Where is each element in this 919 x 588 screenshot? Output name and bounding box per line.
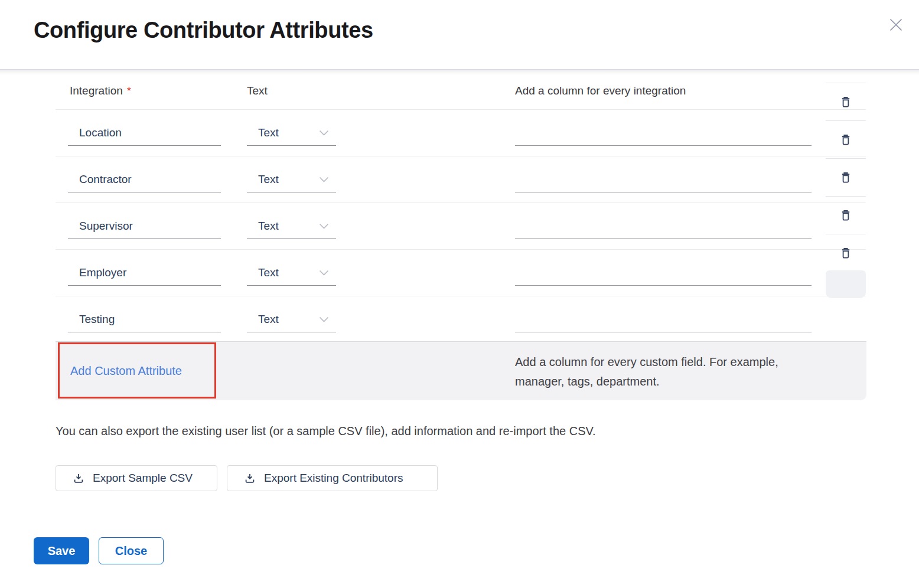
export-note: You can also export the existing user li… (56, 424, 596, 438)
integration-label: Integration (70, 84, 123, 97)
attribute-row: Location Text (56, 110, 866, 156)
attribute-name-input[interactable]: Testing (68, 306, 221, 332)
configure-contributor-attributes-dialog: Configure Contributor Attributes Integra… (0, 0, 919, 588)
close-icon[interactable] (885, 14, 907, 35)
attribute-column-input[interactable] (515, 166, 812, 192)
attribute-name-input[interactable]: Employer (68, 260, 221, 286)
add-custom-attribute-link[interactable]: Add Custom Attribute (70, 342, 182, 400)
chevron-down-icon (319, 316, 329, 323)
chevron-down-icon (319, 177, 329, 183)
add-custom-attribute-row: Add Custom Attribute Add a column for ev… (56, 341, 866, 400)
attribute-type-dropdown[interactable]: Text (247, 306, 336, 332)
attribute-type-dropdown[interactable]: Text (247, 260, 336, 286)
close-button[interactable]: Close (99, 537, 164, 564)
x-close-icon (888, 17, 904, 33)
custom-field-description: Add a column for every custom field. For… (515, 352, 778, 391)
attribute-row: Testing Text (56, 296, 866, 341)
attribute-type-dropdown[interactable]: Text (247, 213, 336, 239)
attribute-row: Contractor Text (56, 156, 866, 203)
attribute-column-input[interactable] (515, 213, 812, 239)
chevron-down-icon (319, 223, 329, 230)
required-asterisk: * (127, 84, 131, 97)
chevron-down-icon (319, 270, 329, 276)
delete-column-disabled-cell (826, 270, 866, 298)
trash-icon (840, 96, 852, 109)
attribute-name-input[interactable]: Contractor (68, 166, 221, 192)
export-sample-csv-button[interactable]: Export Sample CSV (56, 465, 217, 491)
trash-icon (840, 171, 852, 184)
attribute-row-integration: Integration * Text Add a column for ever… (56, 72, 866, 110)
attribute-name-input[interactable]: Location (68, 120, 221, 146)
attribute-name-label: Integration * (70, 72, 131, 109)
download-icon (73, 472, 84, 484)
delete-attribute-button[interactable] (826, 234, 866, 272)
trash-icon (840, 209, 852, 222)
trash-icon (840, 133, 852, 146)
attribute-column-input[interactable] (515, 260, 812, 286)
delete-attribute-button[interactable] (826, 83, 866, 120)
attribute-type-dropdown[interactable]: Text (247, 120, 336, 146)
attribute-type-dropdown[interactable]: Text (247, 166, 336, 192)
delete-attribute-button[interactable] (826, 120, 866, 158)
dialog-title: Configure Contributor Attributes (34, 18, 373, 43)
attribute-column-input[interactable] (515, 306, 812, 332)
chevron-down-icon (319, 130, 329, 136)
download-icon (244, 472, 256, 484)
attribute-type-label: Text (247, 72, 268, 109)
attribute-column-input[interactable] (515, 120, 812, 146)
attribute-description-label: Add a column for every integration (515, 72, 686, 109)
attribute-name-input[interactable]: Supervisor (68, 213, 221, 239)
save-button[interactable]: Save (34, 537, 89, 564)
attribute-row: Supervisor Text (56, 203, 866, 250)
attribute-row: Employer Text (56, 250, 866, 296)
trash-icon (840, 247, 852, 260)
delete-attribute-button[interactable] (826, 158, 866, 196)
export-existing-contributors-button[interactable]: Export Existing Contributors (227, 465, 438, 491)
delete-attribute-button[interactable] (826, 196, 866, 234)
